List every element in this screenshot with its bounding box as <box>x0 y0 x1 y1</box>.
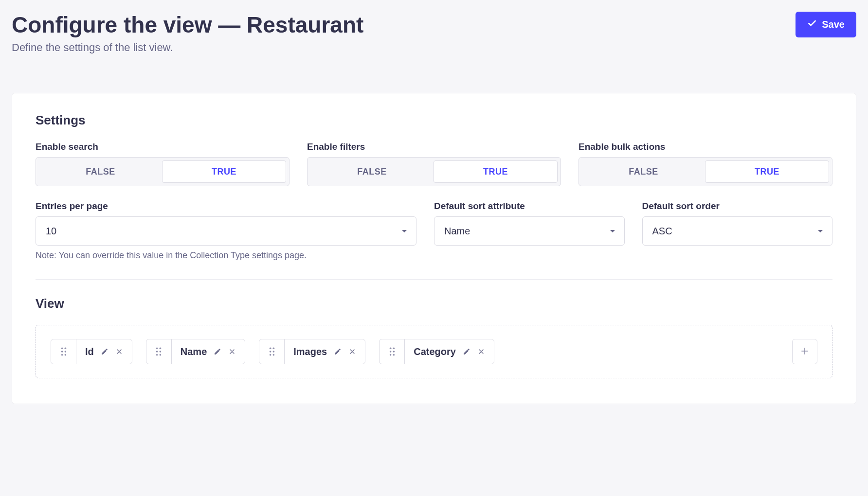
default-sort-order-field: Default sort order ASC <box>642 201 833 261</box>
close-icon[interactable] <box>115 348 123 355</box>
view-chip[interactable]: Images <box>259 339 365 364</box>
enable-bulk-actions-false[interactable]: FALSE <box>582 160 705 183</box>
drag-handle-icon[interactable] <box>51 339 76 364</box>
check-icon <box>807 18 817 31</box>
view-chip-label: Category <box>414 346 456 357</box>
svg-point-6 <box>156 348 158 350</box>
svg-point-0 <box>61 348 63 350</box>
default-sort-order-value: ASC <box>652 226 672 237</box>
entries-per-page-select[interactable]: 10 <box>36 216 416 246</box>
svg-point-15 <box>272 351 274 353</box>
svg-point-21 <box>393 351 395 353</box>
svg-point-3 <box>64 351 66 353</box>
save-button-label: Save <box>822 19 845 30</box>
view-chip-label: Name <box>181 346 207 357</box>
default-sort-attribute-value: Name <box>444 226 470 237</box>
drag-handle-icon[interactable] <box>259 339 285 364</box>
svg-point-5 <box>64 354 66 356</box>
close-icon[interactable] <box>477 348 485 355</box>
settings-card: Settings Enable search FALSE TRUE Enable… <box>12 93 856 404</box>
close-icon[interactable] <box>348 348 356 355</box>
enable-search-toggle[interactable]: FALSE TRUE <box>36 157 289 186</box>
view-chip[interactable]: Name <box>146 339 245 364</box>
section-divider <box>36 279 832 280</box>
pencil-icon[interactable] <box>214 348 221 355</box>
pencil-icon[interactable] <box>334 348 342 355</box>
default-sort-order-select[interactable]: ASC <box>642 216 833 246</box>
svg-point-4 <box>61 354 63 356</box>
view-chip[interactable]: Category <box>379 339 494 364</box>
enable-search-true[interactable]: TRUE <box>162 160 286 183</box>
entries-per-page-value: 10 <box>46 226 56 237</box>
plus-icon <box>800 346 810 357</box>
svg-point-18 <box>390 348 392 350</box>
svg-point-19 <box>393 348 395 350</box>
enable-search-false[interactable]: FALSE <box>39 160 162 183</box>
page-title: Configure the view — Restaurant <box>12 12 363 38</box>
svg-point-16 <box>270 354 271 356</box>
svg-point-7 <box>160 348 162 350</box>
pencil-icon[interactable] <box>463 348 470 355</box>
close-icon[interactable] <box>228 348 236 355</box>
enable-bulk-actions-label: Enable bulk actions <box>579 142 832 152</box>
default-sort-attribute-field: Default sort attribute Name <box>434 201 625 261</box>
default-sort-order-label: Default sort order <box>642 201 833 212</box>
enable-filters-label: Enable filters <box>307 142 561 152</box>
svg-point-23 <box>393 354 395 356</box>
svg-point-10 <box>156 354 158 356</box>
add-field-button[interactable] <box>792 339 817 364</box>
default-sort-attribute-label: Default sort attribute <box>434 201 625 212</box>
enable-filters-field: Enable filters FALSE TRUE <box>307 142 561 186</box>
svg-point-20 <box>390 351 392 353</box>
view-chip-label: Images <box>293 346 327 357</box>
enable-filters-false[interactable]: FALSE <box>310 160 434 183</box>
drag-handle-icon[interactable] <box>146 339 172 364</box>
view-chip[interactable]: Id <box>51 339 132 364</box>
view-chips-row: IdNameImagesCategory <box>51 339 778 364</box>
enable-bulk-actions-field: Enable bulk actions FALSE TRUE <box>579 142 832 186</box>
enable-search-field: Enable search FALSE TRUE <box>36 142 289 186</box>
drag-handle-icon[interactable] <box>380 339 405 364</box>
entries-per-page-note: Note: You can override this value in the… <box>36 250 416 261</box>
svg-point-2 <box>61 351 63 353</box>
svg-point-14 <box>270 351 271 353</box>
svg-point-1 <box>64 348 66 350</box>
save-button[interactable]: Save <box>796 12 856 37</box>
svg-point-11 <box>160 354 162 356</box>
svg-point-17 <box>272 354 274 356</box>
enable-filters-true[interactable]: TRUE <box>434 160 558 183</box>
default-sort-attribute-select[interactable]: Name <box>434 216 625 246</box>
svg-point-12 <box>270 348 271 350</box>
pencil-icon[interactable] <box>101 348 108 355</box>
svg-point-8 <box>156 351 158 353</box>
enable-bulk-actions-toggle[interactable]: FALSE TRUE <box>579 157 832 186</box>
view-section-title: View <box>36 296 832 311</box>
svg-point-13 <box>272 348 274 350</box>
svg-point-22 <box>390 354 392 356</box>
enable-bulk-actions-true[interactable]: TRUE <box>705 160 829 183</box>
enable-filters-toggle[interactable]: FALSE TRUE <box>307 157 561 186</box>
settings-section-title: Settings <box>36 113 832 128</box>
caret-down-icon <box>401 227 407 235</box>
caret-down-icon <box>610 227 615 235</box>
view-chip-label: Id <box>85 346 94 357</box>
svg-point-9 <box>160 351 162 353</box>
entries-per-page-field: Entries per page 10 Note: You can overri… <box>36 201 416 261</box>
entries-per-page-label: Entries per page <box>36 201 416 212</box>
page-subtitle: Define the settings of the list view. <box>12 41 363 54</box>
view-drop-area: IdNameImagesCategory <box>36 325 832 378</box>
caret-down-icon <box>817 227 823 235</box>
enable-search-label: Enable search <box>36 142 289 152</box>
